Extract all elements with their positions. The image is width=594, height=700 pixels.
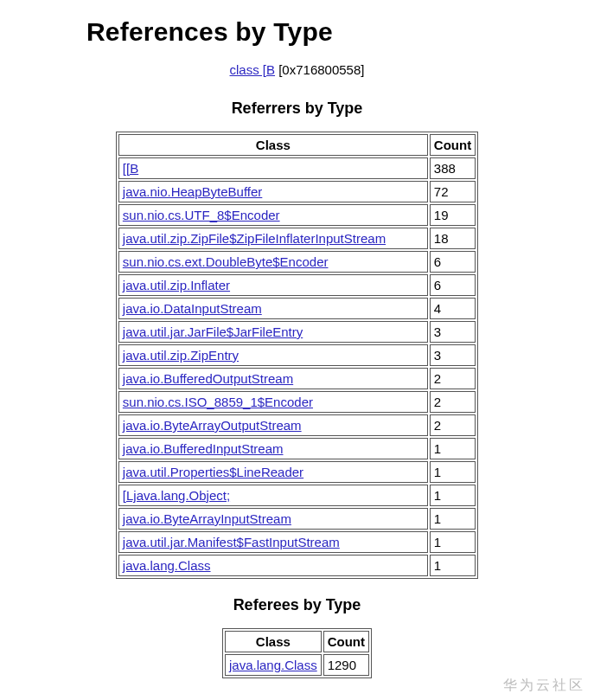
- count-cell: 19: [430, 204, 476, 226]
- class-cell: sun.nio.cs.ext.DoubleByte$Encoder: [118, 251, 428, 273]
- count-cell: 72: [430, 181, 476, 202]
- class-cell: java.io.ByteArrayOutputStream: [118, 414, 428, 436]
- class-cell: java.io.BufferedInputStream: [118, 438, 428, 459]
- class-cell: java.io.ByteArrayInputStream: [118, 508, 428, 530]
- count-cell: 3: [430, 321, 476, 343]
- count-cell: 1: [430, 485, 476, 506]
- header-count: Count: [430, 134, 476, 156]
- class-id-suffix: [0x716800558]: [275, 62, 364, 77]
- count-cell: 1: [430, 508, 476, 530]
- class-cell: java.util.zip.Inflater: [118, 274, 428, 296]
- header-count: Count: [323, 631, 369, 652]
- table-row: java.io.BufferedInputStream1: [118, 438, 476, 459]
- class-link[interactable]: java.util.zip.ZipFile$ZipFileInflaterInp…: [123, 231, 386, 246]
- count-cell: 1290: [323, 654, 369, 676]
- table-row: java.nio.HeapByteBuffer72: [118, 181, 476, 202]
- class-cell: java.io.BufferedOutputStream: [118, 368, 428, 389]
- class-link[interactable]: java.io.BufferedOutputStream: [123, 371, 293, 386]
- count-cell: 6: [430, 251, 476, 273]
- table-header-row: Class Count: [118, 134, 476, 156]
- class-cell: java.lang.Class: [118, 555, 428, 576]
- class-cell: [[B: [118, 157, 428, 179]
- count-cell: 1: [430, 555, 476, 576]
- class-link[interactable]: [[B: [123, 161, 138, 176]
- class-link[interactable]: sun.nio.cs.UTF_8$Encoder: [123, 208, 280, 222]
- table-row: java.util.jar.JarFile$JarFileEntry3: [118, 321, 476, 343]
- table-row: java.io.BufferedOutputStream2: [118, 368, 476, 389]
- count-cell: 2: [430, 368, 476, 389]
- table-row: [Ljava.lang.Object;1: [118, 485, 476, 506]
- count-cell: 6: [430, 274, 476, 296]
- table-row: java.util.zip.Inflater6: [118, 274, 476, 296]
- count-cell: 1: [430, 461, 476, 483]
- class-link[interactable]: [Ljava.lang.Object;: [123, 488, 230, 503]
- class-cell: java.nio.HeapByteBuffer: [118, 181, 428, 202]
- page-title: References by Type: [86, 17, 559, 47]
- table-row: [[B388: [118, 157, 476, 179]
- class-cell: [Ljava.lang.Object;: [118, 485, 428, 506]
- class-link[interactable]: java.lang.Class: [229, 658, 317, 672]
- class-link[interactable]: java.util.jar.Manifest$FastInputStream: [123, 535, 340, 549]
- class-link[interactable]: sun.nio.cs.ISO_8859_1$Encoder: [123, 395, 313, 409]
- table-row: java.util.Properties$LineReader1: [118, 461, 476, 483]
- class-link[interactable]: java.util.jar.JarFile$JarFileEntry: [123, 324, 303, 339]
- class-cell: java.lang.Class: [225, 654, 322, 676]
- count-cell: 18: [430, 228, 476, 249]
- table-row: java.lang.Class1290: [225, 654, 369, 676]
- class-link[interactable]: java.lang.Class: [123, 558, 211, 573]
- count-cell: 3: [430, 344, 476, 366]
- referees-table: Class Count java.lang.Class1290: [222, 628, 372, 678]
- class-link[interactable]: class [B: [230, 62, 276, 77]
- table-row: java.io.ByteArrayInputStream1: [118, 508, 476, 530]
- table-row: java.lang.Class1: [118, 555, 476, 576]
- table-row: java.util.zip.ZipFile$ZipFileInflaterInp…: [118, 228, 476, 249]
- table-row: java.io.ByteArrayOutputStream2: [118, 414, 476, 436]
- class-link[interactable]: sun.nio.cs.ext.DoubleByte$Encoder: [123, 254, 329, 269]
- class-link[interactable]: java.io.DataInputStream: [123, 301, 262, 316]
- class-cell: java.util.jar.Manifest$FastInputStream: [118, 531, 428, 553]
- referees-heading: Referees by Type: [35, 596, 559, 614]
- class-reference-line: class [B [0x716800558]: [35, 62, 559, 77]
- count-cell: 4: [430, 298, 476, 319]
- count-cell: 1: [430, 531, 476, 553]
- header-class: Class: [225, 631, 322, 652]
- table-row: java.util.jar.Manifest$FastInputStream1: [118, 531, 476, 553]
- class-link[interactable]: java.nio.HeapByteBuffer: [123, 184, 263, 199]
- class-link[interactable]: java.util.Properties$LineReader: [123, 465, 303, 479]
- class-cell: java.io.DataInputStream: [118, 298, 428, 319]
- referrers-table: Class Count [[B388java.nio.HeapByteBuffe…: [116, 132, 478, 579]
- class-cell: java.util.zip.ZipEntry: [118, 344, 428, 366]
- table-row: sun.nio.cs.UTF_8$Encoder19: [118, 204, 476, 226]
- count-cell: 388: [430, 157, 476, 179]
- table-row: sun.nio.cs.ext.DoubleByte$Encoder6: [118, 251, 476, 273]
- class-link[interactable]: java.util.zip.Inflater: [123, 278, 230, 292]
- count-cell: 1: [430, 438, 476, 459]
- count-cell: 2: [430, 414, 476, 436]
- class-link[interactable]: java.io.ByteArrayInputStream: [123, 511, 291, 526]
- table-row: java.io.DataInputStream4: [118, 298, 476, 319]
- class-cell: java.util.jar.JarFile$JarFileEntry: [118, 321, 428, 343]
- header-class: Class: [118, 134, 428, 156]
- class-cell: java.util.zip.ZipFile$ZipFileInflaterInp…: [118, 228, 428, 249]
- class-cell: sun.nio.cs.UTF_8$Encoder: [118, 204, 428, 226]
- table-row: sun.nio.cs.ISO_8859_1$Encoder2: [118, 391, 476, 413]
- class-link[interactable]: java.io.ByteArrayOutputStream: [123, 418, 302, 433]
- class-link[interactable]: java.util.zip.ZipEntry: [123, 348, 239, 363]
- class-cell: sun.nio.cs.ISO_8859_1$Encoder: [118, 391, 428, 413]
- table-header-row: Class Count: [225, 631, 369, 652]
- table-row: java.util.zip.ZipEntry3: [118, 344, 476, 366]
- referrers-heading: Referrers by Type: [35, 100, 559, 118]
- count-cell: 2: [430, 391, 476, 413]
- class-link[interactable]: java.io.BufferedInputStream: [123, 441, 284, 456]
- class-cell: java.util.Properties$LineReader: [118, 461, 428, 483]
- watermark: 华为云社区: [503, 677, 585, 695]
